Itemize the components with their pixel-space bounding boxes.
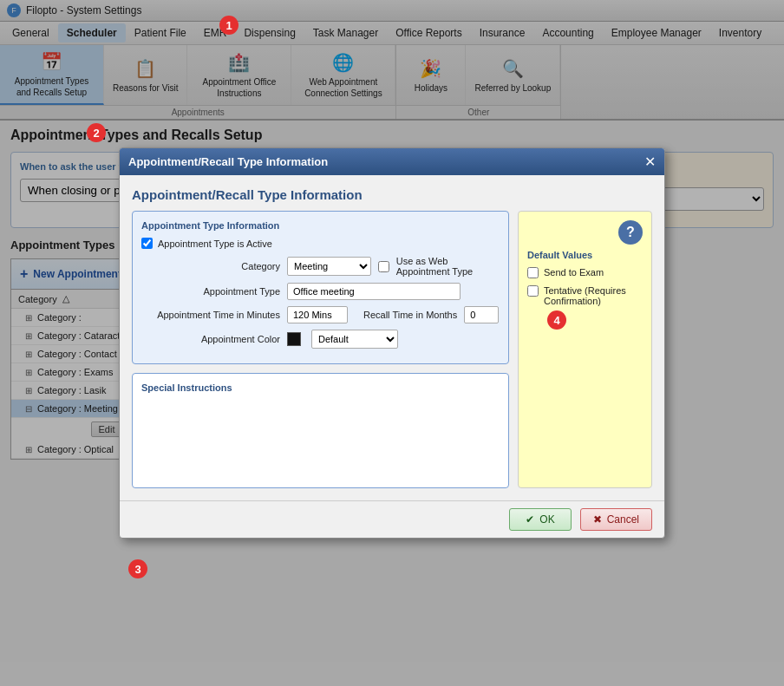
modal-heading: Appointment/Recall Type Information — [132, 187, 652, 202]
annotation-3: 3 — [128, 559, 147, 578]
appt-info-title: Appointment Type Information — [141, 220, 500, 231]
ok-button[interactable]: ✔ OK — [509, 508, 571, 531]
default-values-panel: ? Default Values Send to Exam Tentative … — [518, 211, 652, 488]
cancel-button[interactable]: ✖ Cancel — [580, 508, 652, 531]
time-field-label: Appointment Time in Minutes — [141, 310, 280, 320]
recall-time-input[interactable] — [464, 306, 499, 323]
color-selector[interactable]: Default — [287, 330, 398, 349]
special-instructions-box: Special Instructions — [132, 373, 509, 488]
web-appt-checkbox[interactable] — [378, 261, 389, 272]
web-appt-label: Use as Web Appointment Type — [396, 256, 500, 277]
appt-type-row: Appointment Type — [141, 283, 500, 300]
tentative-row: Tentative (Requires Confirmation) — [527, 285, 643, 306]
special-inst-title: Special Instructions — [141, 382, 500, 393]
tentative-checkbox[interactable] — [527, 285, 539, 297]
annotation-4: 4 — [547, 310, 566, 330]
checkmark-icon: ✔ — [526, 513, 534, 526]
help-button[interactable]: ? — [618, 220, 643, 245]
color-swatch — [287, 332, 301, 346]
color-field-label: Appointment Color — [141, 334, 280, 344]
recall-time-label: Recall Time in Months — [363, 310, 457, 320]
category-select[interactable]: Meeting Cataract Contact Lens Exams Lasi… — [287, 257, 371, 276]
send-exam-row: Send to Exam — [527, 267, 643, 278]
color-select[interactable]: Default — [311, 330, 398, 349]
appt-info-box: Appointment Type Information Appointment… — [132, 211, 509, 364]
category-row: Category Meeting Cataract Contact Lens E… — [141, 256, 500, 277]
default-values-title: Default Values — [527, 250, 643, 260]
modal-overlay: Appointment/Recall Type Information ✕ Ap… — [0, 0, 784, 686]
send-exam-checkbox[interactable] — [527, 267, 539, 278]
active-label: Appointment Type is Active — [158, 238, 272, 249]
category-field-label: Category — [141, 261, 280, 271]
x-icon: ✖ — [593, 513, 602, 526]
special-instructions-textarea[interactable] — [141, 398, 500, 476]
modal-body: Appointment/Recall Type Information Appo… — [120, 175, 664, 500]
modal-footer: ✔ OK ✖ Cancel — [120, 500, 664, 538]
time-input[interactable] — [287, 306, 348, 323]
appt-type-input[interactable] — [287, 283, 461, 300]
active-checkbox-row: Appointment Type is Active — [141, 238, 500, 249]
time-row: Appointment Time in Minutes Recall Time … — [141, 306, 500, 323]
appt-type-field-label: Appointment Type — [141, 286, 280, 297]
tentative-label: Tentative (Requires Confirmation) — [544, 285, 643, 306]
annotation-1: 1 — [219, 16, 238, 35]
modal-left: Appointment Type Information Appointment… — [132, 211, 509, 488]
color-row: Appointment Color Default — [141, 330, 500, 349]
send-exam-label: Send to Exam — [544, 267, 604, 278]
active-checkbox[interactable] — [141, 238, 153, 249]
modal-inner: Appointment Type Information Appointment… — [132, 211, 652, 488]
modal-titlebar: Appointment/Recall Type Information ✕ — [120, 148, 664, 175]
modal-close-button[interactable]: ✕ — [644, 154, 656, 170]
modal-dialog: Appointment/Recall Type Information ✕ Ap… — [119, 147, 665, 539]
annotation-2: 2 — [87, 123, 106, 142]
modal-titlebar-title: Appointment/Recall Type Information — [128, 155, 328, 168]
